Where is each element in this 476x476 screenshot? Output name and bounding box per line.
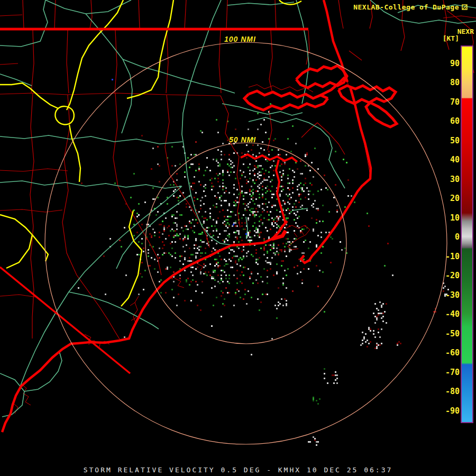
- colorbar-tick: 30: [428, 176, 460, 183]
- range-ring-label-100nmi: 100 NMI: [224, 35, 256, 43]
- colorbar-tick: -90: [428, 407, 460, 415]
- colorbar-tick: 20: [428, 195, 460, 202]
- colorbar-units: [KT]: [443, 34, 459, 42]
- colorbar-tick: 80: [428, 79, 460, 86]
- colorbar-tick: 60: [428, 117, 460, 125]
- colorbar-tick: 0: [428, 233, 460, 241]
- colorbar-tick: -60: [428, 349, 460, 356]
- station-markers-layer: [112, 79, 247, 235]
- velocity-colorbar: [461, 45, 473, 423]
- brand-text: NEXLAB-College of DuPage: [353, 3, 459, 11]
- radar-display: NEXLAB-College of DuPage NEXR [KT] 90807…: [0, 0, 476, 476]
- colorbar-tick: -40: [428, 310, 460, 318]
- colorbar-tick: -20: [428, 272, 460, 279]
- shoreline-detail-layer: [13, 68, 370, 414]
- colorbar-tick: 70: [428, 98, 460, 106]
- colorbar-tick: -70: [428, 369, 460, 376]
- colorbar-title: NEXR: [457, 28, 474, 35]
- colorbar-tick: 90: [428, 60, 460, 67]
- brand-header: NEXLAB-College of DuPage: [353, 3, 468, 11]
- colorbar-tick: -10: [428, 253, 460, 260]
- radar-echo-layer: [78, 103, 449, 446]
- range-ring-label-50nmi: 50 NMI: [229, 135, 256, 144]
- colorbar-tick: -30: [428, 291, 460, 299]
- range-rings-layer: [45, 42, 447, 444]
- colorbar-tick: 10: [428, 214, 460, 222]
- product-title: STORM RELATIVE VELOCITY 0.5 DEG - KMHX 1…: [0, 466, 476, 474]
- colorbar-tick: 40: [428, 156, 460, 163]
- colorbar-tick: -50: [428, 330, 460, 337]
- colorbar-tick: -80: [428, 388, 460, 395]
- map-canvas: [0, 0, 476, 476]
- colorbar-tick: 50: [428, 137, 460, 144]
- checker-box-icon: [462, 4, 468, 10]
